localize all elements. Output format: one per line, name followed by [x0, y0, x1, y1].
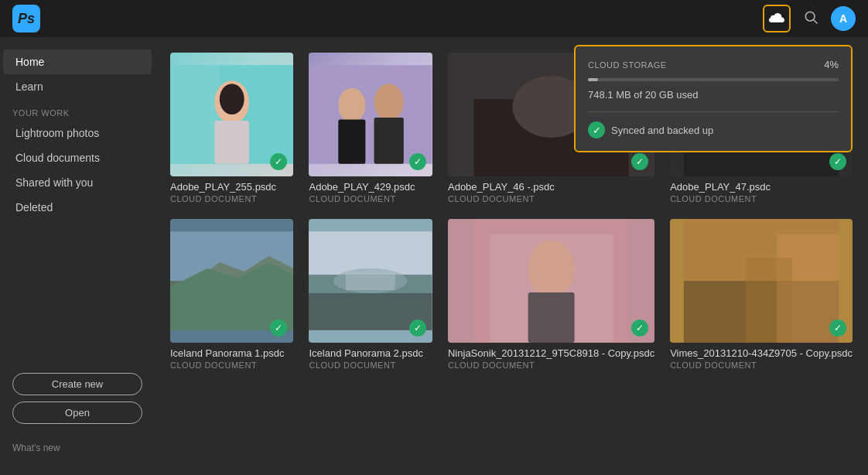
file-type-2: CLOUD DOCUMENT: [448, 194, 654, 203]
svg-rect-7: [309, 65, 432, 164]
topbar: Ps A: [0, 0, 868, 37]
sync-badge-7: ✓: [829, 320, 846, 337]
file-info-7: Vimes_20131210-434Z9705 - Copy.psdc CLOU…: [670, 347, 853, 370]
main-layout: Home Learn YOUR WORK Lightroom photos Cl…: [0, 37, 868, 475]
file-type-0: CLOUD DOCUMENT: [170, 194, 293, 203]
file-card-0[interactable]: ✓ Adobe_PLAY_255.psdc CLOUD DOCUMENT: [170, 53, 293, 203]
svg-rect-5: [214, 121, 249, 164]
main-content: CLOUD STORAGE 4% 748.1 MB of 20 GB used …: [155, 37, 868, 475]
file-name-7: Vimes_20131210-434Z9705 - Copy.psdc: [670, 347, 853, 359]
file-info-4: Iceland Panorama 1.psdc CLOUD DOCUMENT: [170, 347, 293, 370]
file-thumbnail-6: ✓: [448, 219, 654, 343]
cloud-storage-progress-fill: [588, 78, 598, 81]
file-type-1: CLOUD DOCUMENT: [309, 194, 432, 203]
svg-rect-11: [374, 118, 404, 164]
svg-rect-38: [746, 258, 792, 343]
file-info-3: Adobe_PLAY_47.psdc CLOUD DOCUMENT: [670, 181, 853, 203]
svg-point-6: [220, 84, 244, 114]
file-name-0: Adobe_PLAY_255.psdc: [170, 181, 293, 193]
sidebar-item-lightroom[interactable]: Lightroom photos: [3, 121, 152, 145]
file-type-4: CLOUD DOCUMENT: [170, 361, 293, 370]
file-info-6: NinjaSonik_20131212_9T5C8918 - Copy.psdc…: [448, 347, 654, 370]
sync-badge-2: ✓: [631, 153, 648, 170]
file-thumbnail-1: ✓: [309, 53, 432, 176]
cloud-popup-status: ✓ Synced and backed up: [588, 121, 839, 138]
search-icon-svg: [803, 9, 818, 25]
create-new-button[interactable]: Create new: [12, 373, 142, 395]
svg-rect-27: [346, 272, 395, 290]
file-type-6: CLOUD DOCUMENT: [448, 361, 654, 370]
cloud-storage-percentage: 4%: [824, 59, 839, 70]
sidebar-item-deleted[interactable]: Deleted: [3, 195, 152, 220]
file-info-2: Adobe_PLAY_46 -.psdc CLOUD DOCUMENT: [448, 181, 654, 203]
cloud-popup-header: CLOUD STORAGE 4%: [588, 59, 839, 70]
svg-rect-32: [474, 219, 629, 343]
file-card-4[interactable]: ✓ Iceland Panorama 1.psdc CLOUD DOCUMENT: [170, 219, 293, 370]
cloud-sync-status-text: Synced and backed up: [611, 125, 713, 136]
sidebar-item-cloud-documents[interactable]: Cloud documents: [3, 145, 152, 170]
ps-logo: Ps: [12, 5, 40, 32]
sync-badge-1: ✓: [409, 153, 426, 170]
file-type-5: CLOUD DOCUMENT: [309, 361, 432, 370]
topbar-left: Ps: [12, 5, 40, 32]
svg-rect-9: [339, 119, 366, 163]
cloud-icon: [769, 12, 784, 25]
sidebar: Home Learn YOUR WORK Lightroom photos Cl…: [0, 37, 155, 475]
cloud-storage-used: 748.1 MB of 20 GB used: [588, 89, 839, 101]
file-name-6: NinjaSonik_20131212_9T5C8918 - Copy.psdc: [448, 347, 654, 359]
file-name-5: Iceland Panorama 2.psdc: [309, 347, 432, 359]
file-card-7[interactable]: ✓ Vimes_20131210-434Z9705 - Copy.psdc CL…: [670, 219, 853, 370]
sidebar-item-home[interactable]: Home: [3, 50, 152, 74]
svg-point-10: [374, 84, 404, 121]
cloud-storage-button[interactable]: [763, 5, 791, 32]
file-thumbnail-7: ✓: [670, 219, 853, 343]
sidebar-item-shared-with-you[interactable]: Shared with you: [3, 170, 152, 195]
file-type-7: CLOUD DOCUMENT: [670, 361, 853, 370]
file-name-1: Adobe_PLAY_429.psdc: [309, 181, 432, 193]
file-name-4: Iceland Panorama 1.psdc: [170, 347, 293, 359]
user-avatar[interactable]: A: [831, 6, 856, 31]
cloud-storage-progress-bg: [588, 78, 839, 81]
file-name-3: Adobe_PLAY_47.psdc: [670, 181, 853, 193]
topbar-right: A: [763, 5, 856, 32]
open-button[interactable]: Open: [12, 402, 142, 424]
thumb-svg-7: [670, 219, 853, 343]
file-thumbnail-4: ✓: [170, 219, 293, 343]
file-thumbnail-0: ✓: [170, 53, 293, 176]
file-card-5[interactable]: ✓ Iceland Panorama 2.psdc CLOUD DOCUMENT: [309, 219, 432, 370]
file-info-0: Adobe_PLAY_255.psdc CLOUD DOCUMENT: [170, 181, 293, 203]
file-type-3: CLOUD DOCUMENT: [670, 194, 853, 203]
cloud-storage-title: CLOUD STORAGE: [588, 60, 667, 70]
sync-badge-3: ✓: [829, 153, 846, 170]
svg-rect-3: [170, 65, 220, 164]
cloud-popup-divider: [588, 111, 839, 112]
file-card-6[interactable]: ✓ NinjaSonik_20131212_9T5C8918 - Copy.ps…: [448, 219, 654, 370]
file-name-2: Adobe_PLAY_46 -.psdc: [448, 181, 654, 193]
sidebar-action-buttons: Create new Open: [0, 364, 155, 433]
sync-check-icon: ✓: [588, 121, 605, 138]
whats-new-link[interactable]: What's new: [0, 433, 155, 463]
search-icon[interactable]: [803, 9, 818, 29]
svg-point-0: [805, 12, 815, 21]
sidebar-item-learn[interactable]: Learn: [3, 74, 152, 99]
file-card-1[interactable]: ✓ Adobe_PLAY_429.psdc CLOUD DOCUMENT: [309, 53, 432, 203]
svg-line-1: [814, 19, 818, 23]
thumb-svg-6: [448, 219, 654, 343]
cloud-storage-popup: CLOUD STORAGE 4% 748.1 MB of 20 GB used …: [574, 45, 853, 152]
file-thumbnail-5: ✓: [309, 219, 432, 343]
your-work-label: YOUR WORK: [0, 99, 155, 121]
sync-badge-6: ✓: [631, 320, 648, 337]
file-info-5: Iceland Panorama 2.psdc CLOUD DOCUMENT: [309, 347, 432, 370]
file-info-1: Adobe_PLAY_429.psdc CLOUD DOCUMENT: [309, 181, 432, 203]
sync-badge-5: ✓: [409, 320, 426, 337]
sidebar-nav: Home Learn YOUR WORK Lightroom photos Cl…: [0, 50, 155, 364]
svg-point-8: [339, 88, 366, 123]
